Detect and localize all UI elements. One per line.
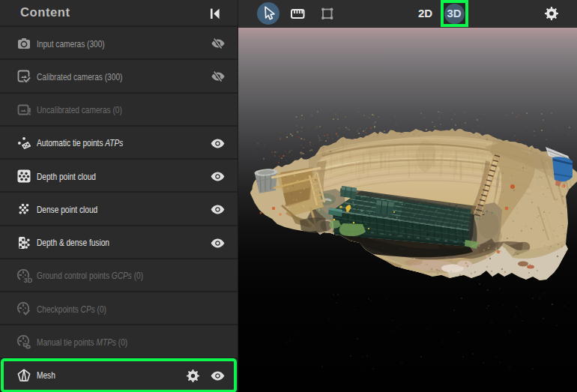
svg-text:3D: 3D — [24, 276, 32, 283]
